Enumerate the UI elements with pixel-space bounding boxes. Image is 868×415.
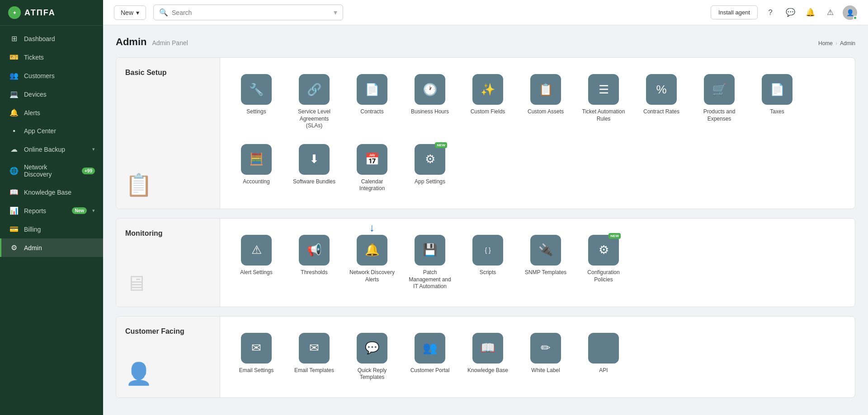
admin-item-thresholds[interactable]: 📢 Thresholds	[287, 229, 341, 296]
sidebar-item-app-center[interactable]: ▪ App Center	[0, 122, 103, 140]
devices-icon: 💻	[9, 90, 19, 98]
sidebar-item-knowledge-base[interactable]: 📖 Knowledge Base	[0, 183, 103, 201]
admin-item-business-hours[interactable]: 🕐 Business Hours	[403, 69, 457, 135]
admin-item-label-accounting: Accounting	[243, 178, 269, 186]
admin-item-knowledge-base[interactable]: 📖 Knowledge Base	[461, 327, 515, 387]
admin-item-taxes[interactable]: 📄 Taxes	[750, 69, 804, 135]
sidebar-item-reports[interactable]: 📊 Reports New ▾	[0, 201, 103, 220]
sidebar-item-billing[interactable]: 💳 Billing	[0, 220, 103, 238]
breadcrumb-home[interactable]: Home	[818, 40, 833, 47]
sidebar-label-online-backup: Online Backup	[24, 146, 87, 153]
admin-item-configuration-policies[interactable]: NEW ⚙ Configuration Policies	[576, 229, 631, 296]
admin-item-sla[interactable]: 🔗 Service Level Agreements (SLAs)	[287, 69, 341, 135]
sidebar-item-network-discovery[interactable]: 🌐 Network Discovery +99	[0, 159, 103, 183]
admin-item-white-label[interactable]: ✏ White Label	[519, 327, 573, 387]
section-label-col-monitoring: Monitoring 🖥	[116, 219, 220, 307]
admin-item-quick-reply-templates[interactable]: 💬 Quick Reply Templates	[345, 327, 399, 387]
icon-glyph-knowledge-base: 📖	[481, 341, 495, 355]
admin-item-email-templates[interactable]: ✉ Email Templates	[287, 327, 341, 387]
icon-glyph-ticket-automation: ☰	[599, 83, 609, 97]
admin-item-label-customer-portal: Customer Portal	[410, 367, 450, 374]
admin-item-network-discovery-alerts[interactable]: ↓ 🔔 Network Discovery Alerts	[345, 229, 399, 296]
admin-item-icon-email-settings: ✉	[241, 333, 272, 364]
sidebar-label-network-discovery: Network Discovery	[24, 163, 76, 178]
sidebar-label-reports: Reports	[24, 207, 66, 214]
chat-icon[interactable]: 💬	[783, 5, 797, 20]
admin-item-settings[interactable]: 🔧 Settings	[229, 69, 283, 135]
new-badge-configuration-policies: NEW	[609, 233, 621, 239]
new-label: New	[121, 9, 133, 16]
admin-item-label-calendar-integration: Calendar Integration	[349, 178, 396, 192]
search-input[interactable]	[172, 9, 330, 16]
admin-item-contract-rates[interactable]: % Contract Rates	[634, 69, 689, 135]
admin-item-label-settings: Settings	[246, 108, 266, 116]
icon-glyph-quick-reply-templates: 💬	[365, 341, 379, 355]
sidebar-label-knowledge-base: Knowledge Base	[24, 189, 95, 196]
avatar[interactable]: 👤	[843, 5, 857, 20]
icon-glyph-custom-fields: ✨	[481, 83, 495, 97]
section-customer-facing: Customer Facing 👤 ✉ Email Settings ✉ Ema…	[116, 316, 855, 398]
sidebar-item-admin[interactable]: ⚙ Admin	[0, 238, 103, 257]
admin-item-label-configuration-policies: Configuration Policies	[580, 269, 627, 283]
icon-glyph-calendar-integration: 📅	[365, 152, 379, 166]
search-bar: 🔍 ▾	[153, 5, 343, 20]
admin-item-icon-network-discovery-alerts: 🔔	[357, 235, 387, 266]
section-items-customer-facing: ✉ Email Settings ✉ Email Templates 💬 Qui…	[220, 317, 855, 397]
sidebar-item-online-backup[interactable]: ☁ Online Backup ▾	[0, 140, 103, 159]
admin-item-calendar-integration[interactable]: 📅 Calendar Integration	[345, 139, 399, 198]
admin-item-icon-knowledge-base: 📖	[472, 333, 503, 364]
main-area: New ▾ 🔍 ▾ Install agent ? 💬 🔔 ⚠ 👤 Admin …	[103, 0, 868, 415]
icon-glyph-contract-rates: %	[656, 83, 666, 97]
sidebar-item-customers[interactable]: 👥 Customers	[0, 66, 103, 85]
admin-item-custom-fields[interactable]: ✨ Custom Fields	[461, 69, 515, 135]
admin-item-patch-management[interactable]: 💾 Patch Management and IT Automation	[403, 229, 457, 296]
icon-glyph-settings: 🔧	[249, 83, 264, 97]
section-label-col-basic-setup: Basic Setup 📋	[116, 58, 220, 209]
admin-item-accounting[interactable]: 🧮 Accounting	[229, 139, 283, 198]
notification-bell-icon[interactable]: 🔔	[803, 5, 817, 20]
admin-item-products-expenses[interactable]: 🛒 Products and Expenses	[692, 69, 746, 135]
app-center-icon: ▪	[9, 127, 19, 135]
admin-item-icon-calendar-integration: 📅	[357, 144, 387, 175]
admin-item-app-settings[interactable]: NEW ⚙ App Settings	[403, 139, 457, 198]
page-title: Admin	[116, 36, 146, 48]
help-icon[interactable]: ?	[763, 5, 778, 20]
new-button[interactable]: New ▾	[114, 5, 146, 20]
sidebar-item-dashboard[interactable]: ⊞ Dashboard	[0, 29, 103, 48]
section-placeholder-icon-basic-setup: 📋	[125, 173, 152, 198]
admin-icon: ⚙	[9, 243, 19, 252]
admin-item-ticket-automation[interactable]: ☰ Ticket Automation Rules	[576, 69, 631, 135]
admin-item-icon-business-hours: 🕐	[415, 74, 445, 105]
admin-item-snmp-templates[interactable]: 🔌 SNMP Templates	[519, 229, 573, 296]
admin-item-api[interactable]: API	[576, 327, 631, 387]
admin-item-custom-assets[interactable]: 📋 Custom Assets	[519, 69, 573, 135]
page-subtitle: Admin Panel	[152, 39, 188, 47]
admin-item-scripts[interactable]: { } Scripts	[461, 229, 515, 296]
topbar-right: Install agent ? 💬 🔔 ⚠ 👤	[711, 5, 857, 20]
section-label-basic-setup: Basic Setup	[125, 69, 167, 77]
admin-item-email-settings[interactable]: ✉ Email Settings	[229, 327, 283, 387]
new-badge-app-settings: NEW	[435, 142, 447, 148]
section-placeholder-icon-customer-facing: 👤	[125, 361, 152, 387]
sidebar-label-billing: Billing	[24, 226, 95, 233]
icon-glyph-patch-management: 💾	[423, 243, 437, 257]
logo-text: ATΠFA	[24, 8, 56, 18]
admin-item-software-bundles[interactable]: ⬇ Software Bundles	[287, 139, 341, 198]
chevron-reports: ▾	[92, 208, 95, 214]
avatar-icon: 👤	[846, 9, 854, 16]
admin-item-alert-settings[interactable]: ⚠ Alert Settings	[229, 229, 283, 296]
sidebar-label-app-center: App Center	[24, 127, 95, 135]
sidebar-item-devices[interactable]: 💻 Devices	[0, 85, 103, 103]
alert-icon[interactable]: ⚠	[823, 5, 837, 20]
admin-item-icon-contract-rates: %	[646, 74, 677, 105]
sidebar-item-tickets[interactable]: 🎫 Tickets	[0, 48, 103, 66]
admin-item-label-sla: Service Level Agreements (SLAs)	[291, 108, 338, 130]
install-agent-button[interactable]: Install agent	[711, 5, 758, 19]
admin-item-label-scripts: Scripts	[480, 269, 496, 276]
sidebar-item-alerts[interactable]: 🔔 Alerts	[0, 103, 103, 122]
admin-item-contracts[interactable]: 📄 Contracts	[345, 69, 399, 135]
sidebar-nav: ⊞ Dashboard 🎫 Tickets 👥 Customers 💻 Devi…	[0, 26, 103, 415]
admin-item-icon-thresholds: 📢	[299, 235, 330, 266]
admin-item-label-custom-fields: Custom Fields	[471, 108, 505, 116]
admin-item-customer-portal[interactable]: 👥 Customer Portal	[403, 327, 457, 387]
